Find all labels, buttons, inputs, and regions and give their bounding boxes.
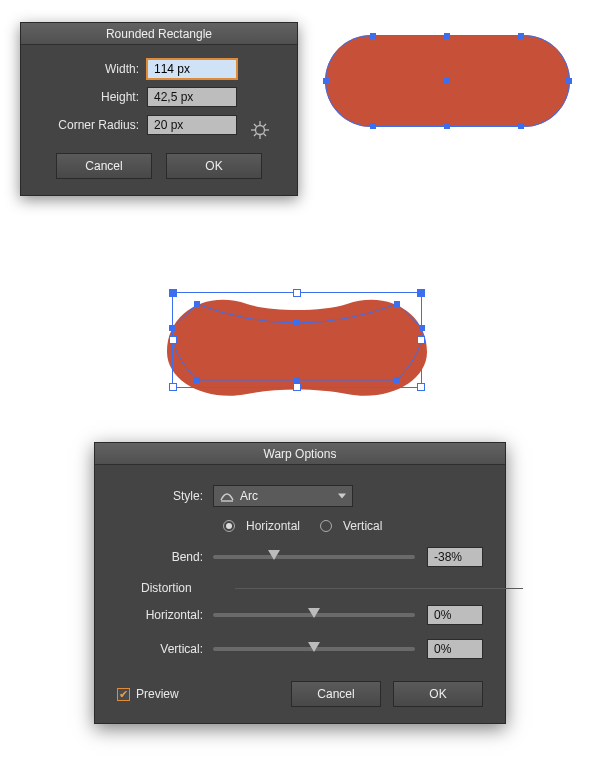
vertical-radio-label: Vertical <box>343 519 382 533</box>
dialog-titlebar[interactable]: Rounded Rectangle <box>21 23 297 45</box>
anchor-point[interactable] <box>518 123 524 129</box>
anchor-point[interactable] <box>566 78 572 84</box>
height-row: Height: 42,5 px <box>37 87 281 107</box>
dialog-body: Style: Arc Horizontal Vertical Bend: <box>95 465 505 723</box>
distortion-vertical-input[interactable]: 0% <box>427 639 483 659</box>
check-icon: ✔ <box>119 689 128 700</box>
chevron-down-icon <box>338 494 346 499</box>
slider-thumb[interactable] <box>308 642 320 652</box>
svg-line-7 <box>254 134 257 137</box>
bend-value-input[interactable]: -38% <box>427 547 483 567</box>
preview-label: Preview <box>136 687 179 701</box>
slider-thumb[interactable] <box>308 608 320 618</box>
arc-icon <box>220 490 234 502</box>
warped-shape[interactable] <box>152 282 442 402</box>
corner-radius-input[interactable]: 20 px <box>147 115 237 135</box>
svg-point-0 <box>256 126 265 135</box>
divider <box>235 588 523 589</box>
width-label: Width: <box>37 62 147 76</box>
bounding-box[interactable] <box>172 292 422 388</box>
anchor-point[interactable] <box>370 33 376 39</box>
distortion-section-label: Distortion <box>141 581 483 595</box>
anchor-point[interactable] <box>323 78 329 84</box>
ok-button[interactable]: OK <box>166 153 262 179</box>
distortion-vertical-row: Vertical: 0% <box>117 639 483 659</box>
constrain-proportions-icon[interactable] <box>249 119 271 141</box>
svg-line-5 <box>254 124 257 127</box>
horizontal-radio[interactable] <box>223 520 235 532</box>
anchor-point[interactable] <box>444 123 450 129</box>
distortion-horizontal-slider[interactable] <box>213 613 415 617</box>
bend-label: Bend: <box>117 550 213 564</box>
bbox-handle[interactable] <box>293 289 301 297</box>
distortion-vertical-slider[interactable] <box>213 647 415 651</box>
height-input[interactable]: 42,5 px <box>147 87 237 107</box>
warp-options-dialog[interactable]: Warp Options Style: Arc Horizontal Verti… <box>94 442 506 724</box>
rounded-rectangle-shape[interactable] <box>325 35 570 127</box>
dialog-title: Rounded Rectangle <box>106 27 212 41</box>
cancel-button[interactable]: Cancel <box>291 681 381 707</box>
style-row: Style: Arc <box>117 485 483 507</box>
height-label: Height: <box>37 90 147 104</box>
style-label: Style: <box>117 489 213 503</box>
bbox-handle[interactable] <box>417 289 425 297</box>
dialog-buttons: Cancel OK <box>37 153 281 179</box>
bbox-handle[interactable] <box>169 383 177 391</box>
dialog-footer: ✔ Preview Cancel OK <box>117 681 483 707</box>
svg-line-8 <box>264 124 267 127</box>
bbox-handle[interactable] <box>293 383 301 391</box>
vertical-radio[interactable] <box>320 520 332 532</box>
distortion-label-text: Distortion <box>141 581 192 595</box>
dialog-title: Warp Options <box>264 447 337 461</box>
bend-row: Bend: -38% <box>117 547 483 567</box>
distortion-horizontal-label: Horizontal: <box>117 608 213 622</box>
anchor-point[interactable] <box>370 123 376 129</box>
anchor-point[interactable] <box>444 33 450 39</box>
rounded-rectangle-dialog[interactable]: Rounded Rectangle Width: 114 px Height: … <box>20 22 298 196</box>
distortion-horizontal-row: Horizontal: 0% <box>117 605 483 625</box>
dialog-titlebar[interactable]: Warp Options <box>95 443 505 465</box>
corner-radius-row: Corner Radius: 20 px <box>37 115 281 135</box>
slider-thumb[interactable] <box>268 550 280 560</box>
corner-radius-label: Corner Radius: <box>37 118 147 132</box>
cancel-button[interactable]: Cancel <box>56 153 152 179</box>
center-point[interactable] <box>444 78 450 84</box>
style-value: Arc <box>240 489 258 503</box>
width-row: Width: 114 px <box>37 59 281 79</box>
distortion-horizontal-input[interactable]: 0% <box>427 605 483 625</box>
distortion-vertical-label: Vertical: <box>117 642 213 656</box>
bbox-handle[interactable] <box>169 336 177 344</box>
svg-line-6 <box>264 134 267 137</box>
width-input[interactable]: 114 px <box>147 59 237 79</box>
bbox-handle[interactable] <box>169 289 177 297</box>
bbox-handle[interactable] <box>417 383 425 391</box>
anchor-point[interactable] <box>518 33 524 39</box>
style-select[interactable]: Arc <box>213 485 353 507</box>
preview-checkbox[interactable]: ✔ <box>117 688 130 701</box>
bend-slider[interactable] <box>213 555 415 559</box>
bbox-handle[interactable] <box>417 336 425 344</box>
horizontal-radio-label: Horizontal <box>246 519 300 533</box>
ok-button[interactable]: OK <box>393 681 483 707</box>
orientation-row: Horizontal Vertical <box>117 519 483 533</box>
dialog-body: Width: 114 px Height: 42,5 px Corner Rad… <box>21 45 297 195</box>
